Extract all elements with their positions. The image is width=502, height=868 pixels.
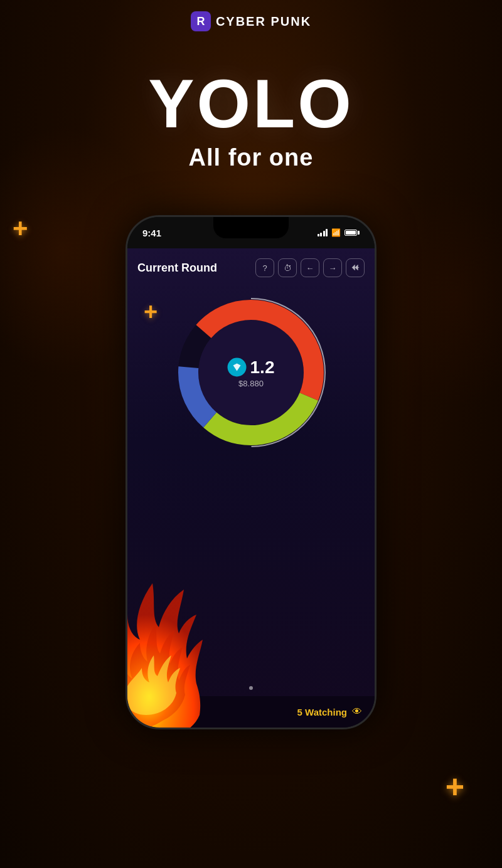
hero-section: YOLO All for one <box>0 38 502 190</box>
round-header: Current Round ? ⏱ ← → ⯬ <box>137 258 365 277</box>
wifi-icon: 📶 <box>331 228 341 237</box>
flame-decoration <box>127 577 215 728</box>
plus-icon-bottom: + <box>446 768 464 805</box>
chart-value-row: 1.2 <box>228 357 275 378</box>
round-controls[interactable]: ? ⏱ ← → ⯬ <box>255 258 365 277</box>
battery-icon <box>344 230 360 236</box>
history-button[interactable]: ⏱ <box>278 258 297 277</box>
help-button[interactable]: ? <box>255 258 274 277</box>
plus-icon-left: + <box>13 213 28 243</box>
eye-icon: 👁 <box>352 706 362 717</box>
logo-icon: R <box>191 11 211 31</box>
chart-wrapper: 1.2 $8.880 <box>137 285 365 460</box>
hero-title: YOLO <box>0 69 502 138</box>
round-title: Current Round <box>137 262 217 275</box>
plus-icon-top: + <box>144 299 158 326</box>
back-button[interactable]: ← <box>301 258 319 277</box>
svg-text:R: R <box>196 15 205 28</box>
chart-value: 1.2 <box>250 357 275 378</box>
svg-marker-9 <box>233 364 241 371</box>
ton-icon <box>228 358 247 377</box>
forward-button[interactable]: → <box>323 258 342 277</box>
last-button[interactable]: ⯬ <box>346 258 365 277</box>
screen-content: Current Round ? ⏱ ← → ⯬ + <box>127 248 375 460</box>
dot-decoration <box>249 686 253 690</box>
phone-container: 9:41 📶 <box>0 215 502 729</box>
phone-screen: Current Round ? ⏱ ← → ⯬ + <box>127 248 375 728</box>
brand-name: CYBER PUNK <box>216 14 311 29</box>
phone-notch <box>213 217 289 238</box>
chart-usd: $8.880 <box>238 379 264 388</box>
status-icons: 📶 <box>318 228 360 237</box>
header: R CYBER PUNK <box>0 0 502 38</box>
status-bar: 9:41 📶 <box>127 217 375 248</box>
phone-frame: 9:41 📶 <box>125 215 376 729</box>
signal-icon <box>318 229 328 236</box>
watching-text: 5 Watching <box>297 707 347 717</box>
hero-subtitle: All for one <box>0 144 502 171</box>
chart-center: 1.2 $8.880 <box>228 357 275 388</box>
